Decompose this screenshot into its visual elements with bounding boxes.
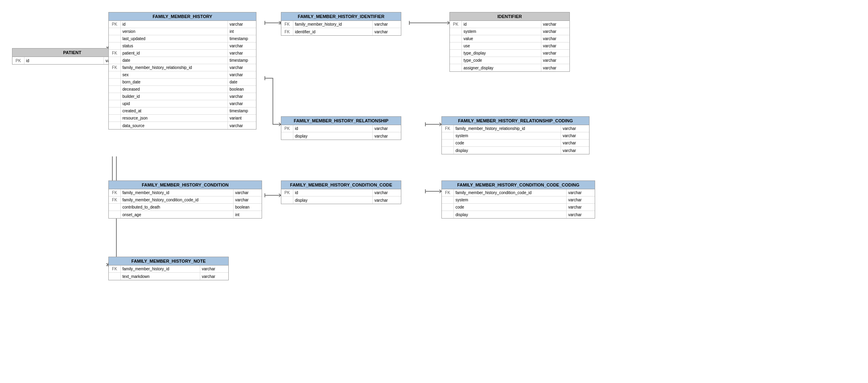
cell-key [442, 132, 454, 139]
table-family_member_history: FAMILY_MEMBER_HISTORYPKidvarcharversioni… [108, 12, 256, 130]
cell-name: display [454, 147, 561, 154]
table-row: datetimestamp [109, 57, 256, 64]
cell-key [281, 197, 293, 204]
table-header-family_member_history_relationship: FAMILY_MEMBER_HISTORY_RELATIONSHIP [281, 117, 401, 125]
table-row: statusvarchar [109, 43, 256, 50]
cell-type: varchar [541, 43, 569, 49]
cell-name: display [293, 132, 373, 140]
table-row: displayvarchar [442, 147, 589, 154]
cell-key [109, 107, 121, 114]
cell-key: FK [109, 197, 121, 203]
cell-type: varchar [373, 189, 401, 196]
cell-type: varchar [228, 100, 256, 107]
cell-name: family_member_history_id [121, 265, 200, 272]
cell-type: int [234, 211, 262, 218]
cell-key [109, 273, 121, 280]
cell-key [450, 35, 462, 42]
cell-type: varchar [567, 197, 595, 203]
cell-key [450, 43, 462, 49]
table-row: valuevarchar [450, 35, 569, 43]
cell-type: boolean [228, 86, 256, 93]
cell-name: id [121, 21, 228, 28]
table-row: text_markdownvarchar [109, 273, 228, 280]
cell-key: PK [450, 21, 462, 28]
cell-key [109, 79, 121, 85]
table-row: type_displayvarchar [450, 50, 569, 57]
cell-key [442, 211, 454, 218]
cell-name: data_source [121, 122, 228, 129]
cell-key: FK [281, 28, 293, 35]
cell-type: varchar [373, 197, 401, 204]
cell-key: FK [281, 21, 293, 28]
cell-key [281, 132, 293, 140]
table-row: PKidvarchar [281, 125, 401, 132]
cell-name: contributed_to_death [121, 204, 234, 211]
cell-name: display [293, 197, 373, 204]
table-row: systemvarchar [442, 132, 589, 140]
cell-type: varchar [567, 204, 595, 211]
cell-name: display [454, 211, 567, 218]
cell-key: PK [109, 21, 121, 28]
cell-key: PK [281, 125, 293, 132]
cell-type: varchar [561, 140, 589, 146]
cell-name: version [121, 28, 228, 35]
cell-name: last_updated [121, 35, 228, 42]
cell-type: varchar [373, 132, 401, 140]
table-header-family_member_history_condition: FAMILY_MEMBER_HISTORY_CONDITION [109, 181, 262, 189]
cell-type: date [228, 79, 256, 85]
cell-name: patient_id [121, 50, 228, 57]
cell-type: varchar [200, 265, 228, 272]
cell-type: varchar [561, 147, 589, 154]
cell-type: varchar [561, 125, 589, 132]
erd-diagram: PATIENTPKidvarcharFAMILY_MEMBER_HISTORYP… [0, 0, 868, 383]
cell-key: FK [109, 64, 121, 71]
cell-key [109, 43, 121, 49]
cell-type: varchar [228, 93, 256, 100]
cell-name: builder_id [121, 93, 228, 100]
cell-type: varchar [228, 71, 256, 78]
table-header-family_member_history_identifier: FAMILY_MEMBER_HISTORY_IDENTIFIER [281, 12, 401, 21]
cell-type: timestamp [228, 35, 256, 42]
table-family_member_history_condition_code_coding: FAMILY_MEMBER_HISTORY_CONDITION_CODE_COD… [441, 180, 595, 219]
table-row: onset_ageint [109, 211, 262, 218]
table-header-identifier: IDENTIFIER [450, 12, 569, 21]
cell-name: identifier_id [293, 28, 373, 35]
table-row: FKpatient_idvarchar [109, 50, 256, 57]
cell-key [442, 147, 454, 154]
table-header-family_member_history: FAMILY_MEMBER_HISTORY [109, 12, 256, 21]
cell-key: FK [109, 189, 121, 196]
table-row: codevarchar [442, 140, 589, 147]
table-row: assigner_displayvarchar [450, 64, 569, 71]
table-header-family_member_history_note: FAMILY_MEMBER_HISTORY_NOTE [109, 257, 228, 265]
table-row: displayvarchar [442, 211, 595, 218]
table-row: usevarchar [450, 43, 569, 50]
cell-name: family_member_history_condition_code_id [454, 189, 567, 196]
cell-name: family_member_history_id [293, 21, 373, 28]
cell-key [109, 28, 121, 35]
table-row: last_updatedtimestamp [109, 35, 256, 43]
table-row: systemvarchar [450, 28, 569, 35]
cell-key: FK [109, 265, 121, 272]
table-header-family_member_history_condition_code_coding: FAMILY_MEMBER_HISTORY_CONDITION_CODE_COD… [442, 181, 595, 189]
cell-key [109, 204, 121, 211]
table-row: FKfamily_member_history_idvarchar [281, 21, 401, 28]
cell-type: varchar [541, 57, 569, 64]
cell-key [450, 28, 462, 35]
cell-name: status [121, 43, 228, 49]
cell-key [109, 71, 121, 78]
cell-type: varchar [541, 50, 569, 57]
cell-type: varchar [373, 125, 401, 132]
cell-name: family_member_history_condition_code_id [121, 197, 234, 203]
cell-key [109, 86, 121, 93]
cell-name: code [454, 140, 561, 146]
cell-type: varchar [541, 64, 569, 71]
cell-key [109, 100, 121, 107]
cell-type: varchar [373, 28, 401, 35]
table-row: FKidentifier_idvarchar [281, 28, 401, 35]
cell-key [450, 50, 462, 57]
cell-name: created_at [121, 107, 228, 114]
cell-type: varchar [541, 28, 569, 35]
cell-name: family_member_history_id [121, 189, 234, 196]
cell-key [450, 57, 462, 64]
table-row: FKfamily_member_history_idvarchar [109, 265, 228, 273]
